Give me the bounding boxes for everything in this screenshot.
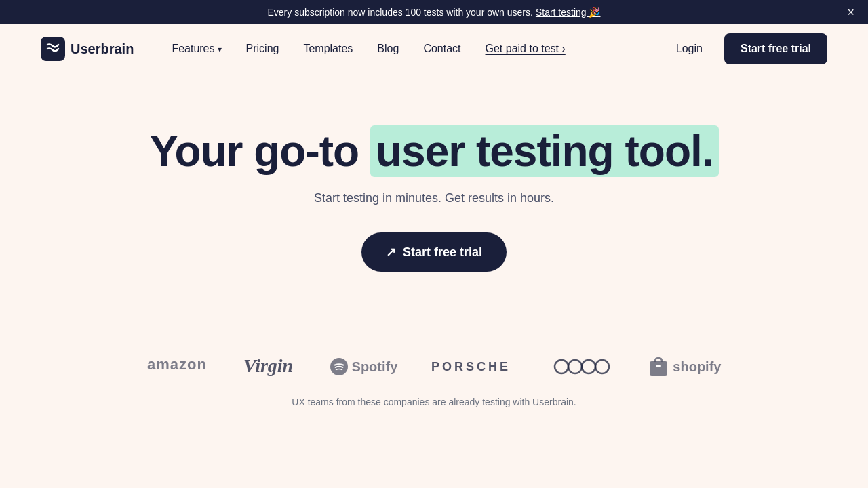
nav-features[interactable]: Features ▾	[161, 37, 232, 60]
login-link[interactable]: Login	[665, 37, 713, 60]
announcement-bar: Every subscription now includes 100 test…	[0, 0, 868, 24]
svg-text:Virgin: Virgin	[243, 355, 293, 376]
logo[interactable]: Userbrain	[41, 37, 134, 61]
svg-text:PORSCHE: PORSCHE	[431, 360, 511, 373]
hero-title-highlight: user testing tool.	[370, 125, 719, 177]
porsche-logo: PORSCHE	[431, 356, 519, 378]
close-button[interactable]: ×	[847, 6, 854, 18]
nav-templates[interactable]: Templates	[292, 37, 363, 60]
announcement-text: Every subscription now includes 100 test…	[268, 7, 533, 18]
logos-section: amazon Virgin Spotify PORSCHE	[0, 312, 868, 434]
shopify-logo: shopify	[648, 356, 721, 378]
svg-point-5	[555, 360, 568, 373]
svg-point-8	[595, 360, 609, 373]
virgin-logo: Virgin	[242, 353, 296, 380]
shopify-text: shopify	[673, 359, 721, 375]
hero-title: Your go-to user testing tool.	[149, 127, 718, 175]
amazon-logo: amazon	[147, 354, 208, 379]
nav-links: Features ▾ Pricing Templates Blog Contac…	[161, 37, 665, 60]
main-nav: Userbrain Features ▾ Pricing Templates B…	[0, 24, 868, 73]
svg-text:amazon: amazon	[147, 356, 207, 373]
logos-row: amazon Virgin Spotify PORSCHE	[147, 353, 722, 380]
nav-actions: Login Start free trial	[665, 33, 827, 64]
svg-rect-0	[41, 37, 65, 61]
svg-point-7	[582, 360, 595, 373]
arrow-icon: ↗	[386, 245, 396, 260]
svg-rect-9	[650, 361, 667, 376]
hero-title-before: Your go-to	[149, 127, 359, 176]
hero-cta-button[interactable]: ↗ Start free trial	[361, 232, 507, 272]
spotify-logo: Spotify	[330, 358, 398, 375]
logo-text: Userbrain	[71, 41, 134, 57]
nav-get-paid[interactable]: Get paid to test ›	[475, 37, 576, 60]
hero-cta-label: Start free trial	[403, 245, 482, 260]
svg-point-6	[568, 360, 582, 373]
nav-contact[interactable]: Contact	[412, 37, 471, 60]
hero-subtitle: Start testing in minutes. Get results in…	[314, 191, 554, 205]
logos-caption: UX teams from these companies are alread…	[292, 396, 576, 407]
nav-cta-button[interactable]: Start free trial	[724, 33, 827, 64]
logo-icon	[41, 37, 65, 61]
chevron-down-icon: ▾	[218, 45, 222, 54]
nav-pricing[interactable]: Pricing	[235, 37, 290, 60]
nav-blog[interactable]: Blog	[366, 37, 410, 60]
audi-logo	[553, 356, 614, 378]
announcement-link[interactable]: Start testing 🎉	[536, 7, 601, 18]
spotify-text: Spotify	[352, 359, 398, 375]
hero-section: Your go-to user testing tool. Start test…	[0, 73, 868, 312]
svg-rect-10	[656, 365, 661, 367]
